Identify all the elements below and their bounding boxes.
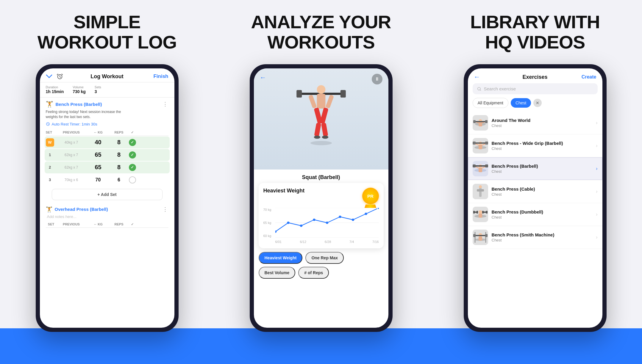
exercise1-title[interactable]: Bench Press (Barbell) <box>56 102 102 107</box>
list-item[interactable]: Bench Press - Wide Grip (Barbell) Chest … <box>468 134 602 157</box>
set-kg-3[interactable]: 70 <box>86 177 110 183</box>
list-item[interactable]: Bench Press (Smith Machine) Chest › <box>468 226 602 249</box>
alarm-icon[interactable] <box>57 73 63 80</box>
phone-screen-3: ← Exercises Create Search exercise All E… <box>468 68 602 328</box>
svg-rect-78 <box>485 234 488 237</box>
filter-all-equipment[interactable]: All Equipment <box>473 98 508 108</box>
chevron-right-icon: › <box>596 212 597 217</box>
col-set-label: SET <box>46 131 57 134</box>
chevron-down-icon[interactable] <box>46 74 52 79</box>
finish-button[interactable]: Finish <box>153 73 168 79</box>
set-table-header: SET PREVIOUS ↔ KG REPS ✓ <box>46 129 168 136</box>
pr-badge: PR <box>362 188 379 204</box>
svg-rect-63 <box>479 214 482 218</box>
list-item[interactable]: Bench Press (Cable) Chest › <box>468 180 602 203</box>
metric-btn-onerepmax[interactable]: One Rep Max <box>305 252 344 264</box>
chart-card: Heaviest Weight PR 70 kg 65 kg 60 kg <box>259 183 384 248</box>
search-bar[interactable]: Search exercise <box>473 83 598 94</box>
set-reps-w[interactable]: 8 <box>110 139 128 146</box>
search-placeholder: Search exercise <box>484 86 516 91</box>
set-check-1[interactable] <box>129 151 136 159</box>
svg-point-23 <box>326 222 328 224</box>
svg-rect-36 <box>473 120 476 123</box>
panel-library: LIBRARY WITHHQ VIDEOS ← Exercises Create… <box>428 0 642 364</box>
metric-btn-heaviest[interactable]: Heaviest Weight <box>259 252 303 264</box>
analyze-exercise-area: ← ⏸ <box>254 68 388 170</box>
metric-btn-reps[interactable]: # of Reps <box>298 267 329 279</box>
set-check-w[interactable] <box>129 139 136 146</box>
set-row-1: 1 62kg x 7 65 8 <box>45 149 170 161</box>
set-row-w: W 40kg x 7 40 8 <box>45 136 170 148</box>
exercise1-name-left: 🏋️ Bench Press (Barbell) <box>46 101 102 108</box>
search-icon <box>477 87 482 91</box>
stat-sets: Sets 3 <box>95 85 101 94</box>
set-check-2[interactable] <box>129 164 136 171</box>
svg-point-26 <box>365 213 367 215</box>
metric-btn-bestvolume[interactable]: Best Volume <box>259 267 296 279</box>
exercise1-menu-icon[interactable]: ⋮ <box>163 101 168 107</box>
svg-rect-3 <box>296 90 302 98</box>
panel2-title: ANALYZE YOURWORKOUTS <box>251 12 391 52</box>
exercise-bench-smith-sub: Chest <box>492 238 596 242</box>
svg-rect-37 <box>485 120 488 123</box>
set-reps-1[interactable]: 8 <box>110 151 128 158</box>
phone-screen-1: Log Workout Finish Duration 1h 15min Vol… <box>40 68 174 328</box>
library-header: ← Exercises Create <box>468 68 602 83</box>
exercise-figure-svg <box>294 74 348 164</box>
e2-col-check: ✓ <box>128 222 137 226</box>
exercise2-set-header: SET PREVIOUS ↔ KG REPS ✓ <box>46 221 168 228</box>
exercise2-menu-icon[interactable]: ⋮ <box>163 206 168 213</box>
set-label-2: 2 <box>46 163 54 172</box>
overhead-press-icon: 🏋️ <box>46 206 52 213</box>
exercise2-title[interactable]: Overhead Press (Barbell) <box>55 207 108 212</box>
svg-point-14 <box>322 136 328 139</box>
svg-rect-6 <box>317 94 325 109</box>
svg-point-24 <box>339 216 341 218</box>
chevron-right-icon: › <box>596 166 597 171</box>
set-check-3[interactable] <box>129 176 136 183</box>
phone-frame-1: Log Workout Finish Duration 1h 15min Vol… <box>36 64 179 332</box>
exercise-bench-cable-sub: Chest <box>492 192 596 197</box>
analyze-back-arrow[interactable]: ← <box>260 74 266 81</box>
set-kg-2[interactable]: 65 <box>86 164 110 171</box>
set-reps-3[interactable]: 6 <box>110 177 128 183</box>
svg-point-22 <box>313 219 315 221</box>
exercise-thumb-around-world <box>473 115 488 131</box>
e2-col-prev: PREVIOUS <box>57 222 86 226</box>
y-label-65: 65 kg <box>263 221 271 225</box>
filter-chest[interactable]: Chest <box>511 98 531 108</box>
set-kg-1[interactable]: 65 <box>86 151 110 158</box>
svg-rect-69 <box>486 211 488 214</box>
library-back-arrow[interactable]: ← <box>474 73 480 81</box>
list-item[interactable]: Bench Press (Barbell) Chest › <box>468 157 602 180</box>
svg-rect-55 <box>485 164 488 167</box>
svg-rect-10 <box>321 123 328 137</box>
e2-col-kg: ↔ KG <box>86 222 110 226</box>
set-reps-2[interactable]: 8 <box>110 164 128 171</box>
set-prev-w: 40kg x 7 <box>57 140 86 145</box>
svg-point-21 <box>300 225 302 227</box>
x-label-612: 6/12 <box>300 240 306 244</box>
svg-point-62 <box>479 210 482 214</box>
around-world-thumb <box>473 115 488 131</box>
panel-workout-log: SIMPLEWORKOUT LOG <box>0 0 214 364</box>
create-button[interactable]: Create <box>582 74 596 80</box>
pause-button[interactable]: ⏸ <box>372 74 382 84</box>
blue-bar-3 <box>428 328 642 364</box>
list-item[interactable]: Bench Press (Dumbbell) Chest › <box>468 203 602 226</box>
chart-y-labels: 70 kg 65 kg 60 kg <box>263 208 271 238</box>
svg-rect-32 <box>479 122 482 126</box>
filter-close-button[interactable]: ✕ <box>533 99 542 107</box>
set-row-2: 2 62kg x 7 65 8 <box>45 161 170 173</box>
svg-point-27 <box>377 208 379 209</box>
panel1-title: SIMPLEWORKOUT LOG <box>38 12 177 52</box>
exercise2-note-placeholder[interactable]: Add notes here... <box>46 214 168 219</box>
add-set-button[interactable]: + Add Set <box>52 189 163 200</box>
exercise-bench-wide-title: Bench Press - Wide Grip (Barbell) <box>492 141 596 146</box>
exercise-bench-dumbbell-title: Bench Press (Dumbbell) <box>492 209 596 214</box>
list-item[interactable]: Around The World Chest › <box>468 112 602 134</box>
phone-frame-3: ← Exercises Create Search exercise All E… <box>464 64 607 332</box>
svg-rect-50 <box>479 168 482 172</box>
set-kg-w[interactable]: 40 <box>86 139 110 146</box>
timer-icon <box>46 122 50 126</box>
